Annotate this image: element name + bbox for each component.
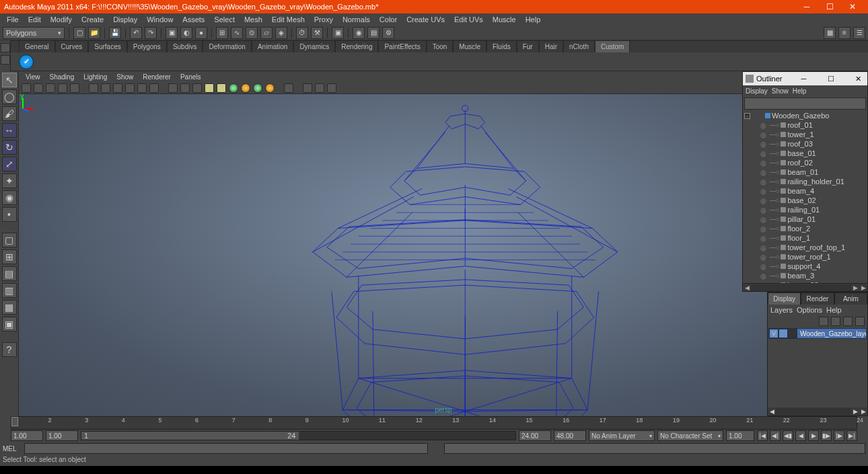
- layer-row[interactable]: V Wooden_Gazebo_layer: [768, 328, 867, 339]
- isolate-icon[interactable]: [284, 83, 293, 93]
- field-chart-icon[interactable]: [137, 83, 147, 93]
- soft-mod-tool-icon[interactable]: ◉: [2, 190, 17, 205]
- step-back-button[interactable]: ◀▮: [783, 430, 793, 441]
- manipulator-tool-icon[interactable]: ✦: [2, 173, 17, 188]
- visibility-icon[interactable]: ◎: [760, 263, 768, 270]
- lasso-icon[interactable]: ◐: [180, 27, 192, 39]
- viewport2-icon[interactable]: [241, 83, 250, 93]
- open-scene-icon[interactable]: 📁: [88, 27, 100, 39]
- layer-scroll-left[interactable]: ◀: [768, 408, 776, 415]
- outliner-item[interactable]: tower_1: [787, 130, 813, 139]
- playback-end-field[interactable]: 48.00: [554, 430, 586, 441]
- menu-mesh[interactable]: Mesh: [240, 14, 266, 25]
- menu-modify[interactable]: Modify: [46, 14, 76, 25]
- character-set-combo[interactable]: No Character Set: [657, 430, 723, 441]
- xray-icon[interactable]: [265, 83, 275, 93]
- safe-action-icon[interactable]: [149, 83, 159, 93]
- visibility-icon[interactable]: ◎: [760, 188, 768, 195]
- outliner-menu-display[interactable]: Display: [746, 87, 768, 95]
- hypershade-icon[interactable]: ▦: [2, 300, 17, 315]
- layer-tab-display[interactable]: Display: [768, 292, 801, 305]
- step-back-key-button[interactable]: ◀|: [770, 430, 781, 441]
- last-tool-icon[interactable]: •: [2, 207, 17, 222]
- visibility-icon[interactable]: ◎: [760, 216, 768, 223]
- menu-file[interactable]: File: [3, 14, 23, 25]
- shelf-options-icon[interactable]: [1, 55, 10, 65]
- maximize-button[interactable]: ☐: [818, 0, 841, 13]
- move-tool-icon[interactable]: ↔: [2, 123, 17, 138]
- expand-toggle[interactable]: -: [744, 113, 750, 119]
- time-slider[interactable]: 123456789101112131415161718192021222324: [11, 416, 857, 430]
- menu-edit-mesh[interactable]: Edit Mesh: [268, 14, 309, 25]
- outliner-item[interactable]: base_01: [787, 149, 816, 157]
- layer-menu-options[interactable]: Options: [797, 306, 822, 314]
- play-forward-button[interactable]: ▶: [808, 430, 819, 441]
- visibility-icon[interactable]: ◎: [760, 150, 768, 157]
- snap-live-icon[interactable]: ◈: [275, 27, 287, 39]
- render-globals-icon[interactable]: ⚙: [382, 27, 394, 39]
- visibility-icon[interactable]: ◎: [760, 225, 768, 233]
- visibility-icon[interactable]: ◎: [760, 197, 768, 204]
- grid-icon[interactable]: [89, 83, 98, 93]
- visibility-icon[interactable]: ◎: [760, 178, 768, 186]
- paint-select-icon[interactable]: ●: [195, 27, 207, 39]
- persp-outliner-icon[interactable]: ▤: [2, 266, 17, 281]
- render-view-icon[interactable]: ▤: [367, 27, 379, 39]
- menu-edit-uvs[interactable]: Edit UVs: [450, 14, 487, 25]
- snap-point-icon[interactable]: ⊙: [246, 27, 258, 39]
- panel-menu-show[interactable]: Show: [114, 73, 136, 81]
- visibility-icon[interactable]: ◎: [760, 244, 768, 251]
- menu-create[interactable]: Create: [77, 14, 108, 25]
- menu-muscle[interactable]: Muscle: [489, 14, 520, 25]
- camera-attr-icon[interactable]: [34, 83, 43, 93]
- shelf-tab-general[interactable]: General: [19, 40, 55, 52]
- visibility-icon[interactable]: ◎: [760, 141, 768, 148]
- outliner-minimize-button[interactable]: ─: [797, 75, 809, 83]
- layer-scroll-right[interactable]: ▶: [851, 408, 859, 415]
- anim-layer-combo[interactable]: No Anim Layer: [589, 430, 655, 441]
- shelf-tab-muscle[interactable]: Muscle: [453, 40, 486, 52]
- ipr-icon[interactable]: ◉: [353, 27, 365, 39]
- layer-menu-help[interactable]: Help: [826, 306, 842, 314]
- outliner-scroll-left[interactable]: ◀: [743, 284, 751, 291]
- shelf-tab-animation[interactable]: Animation: [252, 40, 293, 52]
- view-transform-icon[interactable]: [327, 83, 336, 93]
- image-plane-icon[interactable]: [58, 83, 67, 93]
- channel-box-icon[interactable]: ≡: [838, 27, 851, 39]
- shelf-tab-hair[interactable]: Hair: [539, 40, 563, 52]
- shelf-tab-toon[interactable]: Toon: [427, 40, 454, 52]
- range-start-field[interactable]: 1.00: [46, 430, 78, 441]
- step-forward-button[interactable]: ▮▶: [821, 430, 832, 441]
- bookmark-icon[interactable]: [46, 83, 55, 93]
- layer-scroll-right2[interactable]: ▶: [859, 408, 867, 415]
- shelf-tab-polygons[interactable]: Polygons: [127, 40, 167, 52]
- construction-icon[interactable]: ⚒: [311, 27, 323, 39]
- shelf-tab-fluids[interactable]: Fluids: [486, 40, 517, 52]
- close-button[interactable]: ✕: [841, 0, 864, 13]
- outliner-item[interactable]: support_4: [787, 262, 820, 270]
- visibility-icon[interactable]: ◎: [760, 235, 768, 242]
- shadows-icon[interactable]: [217, 83, 226, 93]
- move-layer-up-icon[interactable]: [819, 317, 828, 326]
- menu-color[interactable]: Color: [375, 14, 401, 25]
- redo-icon[interactable]: ↷: [145, 27, 157, 39]
- outliner-maximize-button[interactable]: ☐: [825, 75, 837, 83]
- outliner-item[interactable]: tower_roof_top_1: [787, 243, 845, 251]
- paint-tool-icon[interactable]: 🖌: [2, 106, 17, 121]
- outliner-item[interactable]: base_02: [787, 196, 816, 204]
- panel-menu-panels[interactable]: Panels: [178, 73, 204, 81]
- outliner-search-input[interactable]: [744, 97, 866, 110]
- panel-menu-renderer[interactable]: Renderer: [140, 73, 174, 81]
- camera-select-icon[interactable]: [22, 83, 31, 93]
- gate-mask-icon[interactable]: [125, 83, 135, 93]
- minimize-button[interactable]: ─: [795, 0, 818, 13]
- single-view-icon[interactable]: ▢: [2, 233, 17, 247]
- select-tool-icon[interactable]: ↖: [2, 73, 17, 87]
- four-view-icon[interactable]: ⊞: [2, 249, 17, 264]
- snap-grid-icon[interactable]: ⊞: [216, 27, 228, 39]
- move-layer-down-icon[interactable]: [831, 317, 840, 326]
- panel-menu-lighting[interactable]: Lighting: [81, 73, 110, 81]
- outliner-item[interactable]: tower_roof_1: [787, 253, 830, 261]
- create-layer-assign-icon[interactable]: [855, 317, 865, 326]
- playback-start-field[interactable]: 1.00: [11, 430, 43, 441]
